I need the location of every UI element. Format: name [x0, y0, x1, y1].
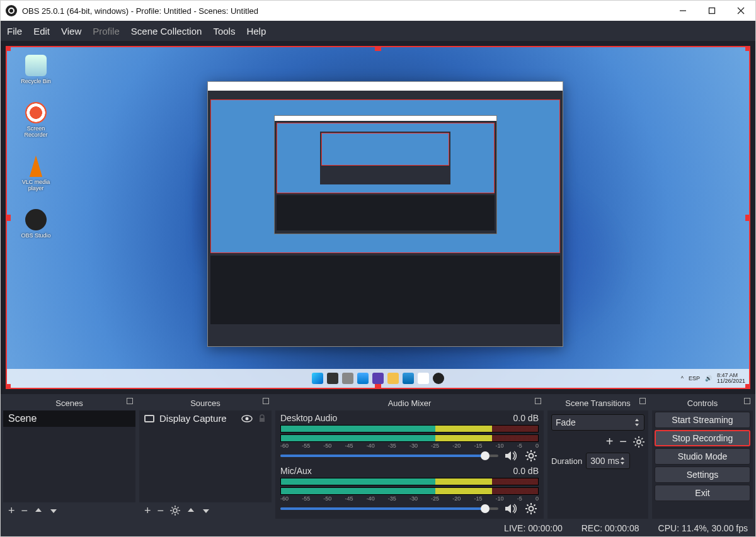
- sources-title: Sources: [190, 399, 220, 408]
- menu-file[interactable]: File: [7, 26, 22, 37]
- exit-button[interactable]: Exit: [655, 485, 750, 501]
- speaker-icon[interactable]: [503, 450, 518, 461]
- transition-add-button[interactable]: +: [606, 434, 614, 449]
- svg-line-22: [534, 459, 536, 460]
- svg-line-15: [172, 513, 173, 514]
- obs-window: OBS 25.0.1 (64-bit, windows) - Profile: …: [0, 0, 756, 537]
- controls-title: Controls: [687, 399, 718, 408]
- svg-point-7: [173, 509, 177, 512]
- menu-tools[interactable]: Tools: [213, 26, 235, 37]
- source-item[interactable]: Display Capture: [139, 410, 272, 426]
- widgets-icon: [357, 373, 369, 384]
- popout-icon[interactable]: [744, 398, 750, 404]
- desktop-icon-recorder: Screen Recorder: [17, 102, 55, 138]
- close-button[interactable]: [726, 1, 755, 21]
- scene-down-button[interactable]: [49, 506, 58, 515]
- preview-canvas[interactable]: Recycle Bin Screen Recorder VLC media pl…: [6, 46, 750, 389]
- menu-help[interactable]: Help: [246, 26, 266, 37]
- status-rec: REC: 00:00:08: [581, 523, 639, 533]
- vu-meter: [280, 434, 539, 442]
- svg-line-40: [641, 444, 643, 446]
- svg-line-21: [527, 452, 529, 453]
- svg-line-24: [527, 459, 529, 460]
- svg-line-14: [178, 507, 179, 509]
- menu-scene-collection[interactable]: Scene Collection: [131, 26, 202, 37]
- menu-bar: File Edit View Profile Scene Collection …: [1, 21, 755, 41]
- source-down-button[interactable]: [202, 506, 210, 515]
- spinner-icon: [619, 456, 626, 465]
- mixer-channel-desktop: Desktop Audio 0.0 dB -60-55-50-45-40-35-…: [275, 410, 544, 463]
- scene-remove-button[interactable]: −: [21, 504, 28, 517]
- source-up-button[interactable]: [186, 506, 195, 515]
- minimize-button[interactable]: [668, 1, 697, 21]
- taskbar-date: 11/26/2021: [717, 378, 745, 384]
- scene-transitions-panel: Scene Transitions Fade + − Duration 300 …: [547, 395, 648, 519]
- channel-db: 0.0 dB: [513, 413, 539, 423]
- transition-select[interactable]: Fade: [551, 414, 644, 431]
- popout-icon[interactable]: [535, 398, 541, 404]
- taskview-icon: [342, 373, 353, 384]
- svg-rect-1: [709, 8, 715, 14]
- stop-recording-button[interactable]: Stop Recording: [655, 430, 750, 446]
- desktop-icon-obs: OBS Studio: [17, 209, 55, 239]
- channel-name: Desktop Audio: [280, 413, 337, 423]
- tick-labels: -60-55-50-45-40-35-30-25-20-15-10-50: [280, 495, 539, 502]
- studio-mode-button[interactable]: Studio Mode: [655, 448, 750, 465]
- status-live: LIVE: 00:00:00: [504, 523, 563, 533]
- svg-line-30: [527, 505, 529, 506]
- desktop-icon-recycle: Recycle Bin: [17, 55, 55, 84]
- status-cpu: CPU: 11.4%, 30.00 fps: [658, 523, 748, 533]
- svg-line-12: [172, 507, 173, 509]
- sources-panel: Sources Display Capture + −: [139, 395, 272, 519]
- gear-icon[interactable]: [524, 502, 539, 515]
- source-add-button[interactable]: +: [144, 504, 151, 517]
- volume-slider[interactable]: [280, 455, 498, 457]
- duration-value: 300 ms: [590, 456, 619, 466]
- scene-up-button[interactable]: [34, 506, 43, 515]
- menu-profile[interactable]: Profile: [93, 26, 120, 37]
- popout-icon[interactable]: [639, 398, 646, 404]
- menu-view[interactable]: View: [61, 26, 81, 37]
- scene-item[interactable]: Scene: [3, 410, 135, 427]
- transition-settings-button[interactable]: [633, 436, 644, 448]
- maximize-button[interactable]: [697, 1, 726, 21]
- svg-rect-6: [260, 418, 265, 422]
- svg-point-16: [529, 454, 534, 458]
- nested-obs-window: [207, 81, 563, 347]
- volume-slider[interactable]: [280, 507, 498, 510]
- start-streaming-button[interactable]: Start Streaming: [655, 412, 750, 428]
- lock-icon[interactable]: [258, 414, 266, 423]
- obs-app-icon: [6, 5, 17, 16]
- duration-spinner[interactable]: 300 ms: [586, 453, 630, 469]
- scene-add-button[interactable]: +: [8, 504, 15, 517]
- vu-meter: [280, 487, 539, 495]
- duration-label: Duration: [551, 456, 582, 466]
- svg-line-41: [641, 438, 643, 439]
- settings-button[interactable]: Settings: [655, 466, 750, 483]
- source-label: Display Capture: [159, 413, 227, 424]
- transition-current: Fade: [556, 417, 576, 427]
- scenes-title: Scenes: [55, 399, 83, 408]
- transitions-title: Scene Transitions: [565, 399, 630, 408]
- window-title: OBS 25.0.1 (64-bit, windows) - Profile: …: [22, 6, 258, 16]
- svg-line-13: [178, 513, 179, 514]
- speaker-icon[interactable]: [503, 503, 518, 514]
- mixer-title: Audio Mixer: [388, 399, 432, 408]
- start-icon: [312, 373, 323, 384]
- preview-area: Recycle Bin Screen Recorder VLC media pl…: [1, 41, 755, 394]
- popout-icon[interactable]: [263, 398, 269, 404]
- search-icon: [327, 373, 338, 384]
- source-remove-button[interactable]: −: [158, 504, 164, 517]
- eye-icon[interactable]: [241, 415, 253, 422]
- popout-icon[interactable]: [127, 398, 133, 404]
- title-bar: OBS 25.0.1 (64-bit, windows) - Profile: …: [1, 1, 755, 21]
- menu-edit[interactable]: Edit: [33, 26, 50, 37]
- mixer-channel-mic: Mic/Aux 0.0 dB -60-55-50-45-40-35-30-25-…: [275, 463, 544, 516]
- dock-panels: Scenes Scene + − Sources Display Capture: [1, 394, 755, 520]
- desktop-icons: Recycle Bin Screen Recorder VLC media pl…: [17, 55, 55, 239]
- transition-remove-button[interactable]: −: [619, 434, 627, 449]
- vu-meter: [280, 478, 539, 485]
- gear-icon[interactable]: [524, 449, 539, 462]
- source-settings-button[interactable]: [170, 506, 180, 516]
- svg-line-42: [635, 444, 636, 446]
